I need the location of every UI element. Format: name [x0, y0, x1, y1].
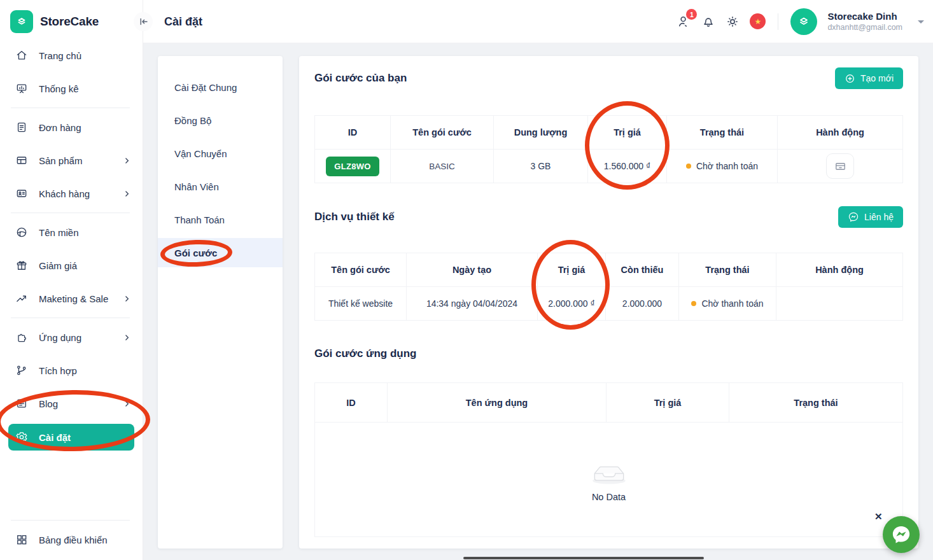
- column-header: Tên gói cước: [391, 116, 494, 150]
- puzzle-icon: [15, 331, 28, 344]
- close-chat-icon[interactable]: ✕: [874, 511, 883, 522]
- sidebar-item-label: Maketing & Sale: [39, 293, 108, 304]
- sidebar-item-label: Đơn hàng: [39, 122, 81, 133]
- column-header: Dung lượng: [494, 116, 588, 150]
- sidebar: StoreCake Trang chủ Thống kê Đơn hàng Sả…: [0, 0, 143, 560]
- sun-icon: [726, 15, 740, 29]
- empty-state: No Data: [315, 423, 903, 537]
- sidebar-item-label: Giảm giá: [39, 260, 77, 271]
- trending-up-icon: [15, 292, 28, 305]
- section-title-your-plan: Gói cước của bạn: [314, 72, 407, 85]
- plan-name: BASIC: [429, 162, 455, 171]
- sidebar-item-marketing[interactable]: Maketing & Sale: [0, 282, 143, 315]
- plan-id-badge: GLZ8WO: [326, 157, 379, 176]
- sidebar-item-blog[interactable]: Blog: [0, 387, 143, 420]
- theme-toggle-button[interactable]: [726, 15, 740, 29]
- language-flag-button[interactable]: ★: [750, 13, 766, 29]
- chevron-right-icon: [123, 190, 131, 198]
- status-label: Chờ thanh toán: [696, 161, 758, 171]
- section-title-design-service: Dịch vụ thiết kế: [314, 211, 395, 223]
- avatar[interactable]: [790, 8, 817, 35]
- settings-menu-item-plans[interactable]: Gói cước: [158, 238, 283, 267]
- column-header: Hành động: [776, 253, 903, 287]
- sidebar-item-label: Thống kê: [39, 83, 79, 94]
- chevron-right-icon: [123, 333, 131, 342]
- create-new-button[interactable]: Tạo mới: [835, 67, 903, 89]
- sidebar-divider: [11, 108, 130, 108]
- column-header: Trạng thái: [729, 383, 903, 423]
- column-header: Tên ứng dụng: [388, 383, 607, 423]
- brand-logo[interactable]: StoreCake: [0, 0, 143, 36]
- column-header: Trạng thái: [667, 116, 778, 150]
- settings-menu-label: Đồng Bộ: [174, 115, 211, 126]
- sidebar-item-label: Cài đặt: [39, 432, 71, 443]
- storecake-avatar-icon: [796, 14, 811, 29]
- sidebar-item-customers[interactable]: Khách hàng: [0, 177, 143, 210]
- contact-button[interactable]: Liên hệ: [838, 206, 903, 228]
- no-data-label: No Data: [592, 492, 626, 502]
- vietnam-flag-star-icon: ★: [755, 18, 762, 25]
- sidebar-item-products[interactable]: Sản phẩm: [0, 144, 143, 177]
- sidebar-item-label: Ứng dụng: [39, 332, 81, 343]
- sidebar-item-label: Tích hợp: [39, 365, 77, 376]
- design-price-cell: 2.000.000 ₫: [538, 287, 606, 321]
- settings-menu-label: Gói cước: [174, 248, 217, 258]
- settings-menu-label: Vận Chuyển: [174, 148, 227, 159]
- settings-menu-label: Thanh Toán: [174, 214, 225, 225]
- plus-circle-icon: [845, 73, 855, 84]
- settings-menu-label: Cài Đặt Chung: [174, 82, 237, 93]
- sidebar-item-discount[interactable]: Giảm giá: [0, 249, 143, 282]
- orders-icon: [15, 121, 28, 134]
- sidebar-item-home[interactable]: Trang chủ: [0, 39, 143, 72]
- design-status-cell: Chờ thanh toán: [679, 287, 776, 321]
- users-button[interactable]: 1: [677, 14, 691, 29]
- settings-menu-label: Nhân Viên: [174, 181, 219, 192]
- sidebar-nav: Trang chủ Thống kê Đơn hàng Sản phẩm Khá…: [0, 36, 143, 451]
- blog-icon: [15, 397, 28, 410]
- column-header: Hành động: [778, 116, 903, 150]
- sidebar-collapse-button[interactable]: [134, 12, 153, 31]
- empty-box-icon: [588, 458, 630, 486]
- chevron-down-icon[interactable]: [918, 20, 924, 27]
- messenger-chat-button[interactable]: [883, 516, 920, 553]
- column-header: ID: [315, 116, 391, 150]
- sidebar-item-apps[interactable]: Ứng dụng: [0, 321, 143, 354]
- notifications-button[interactable]: [701, 15, 715, 29]
- settings-menu-item-staff[interactable]: Nhân Viên: [158, 170, 283, 203]
- gift-icon: [15, 259, 28, 272]
- sidebar-item-label: Bảng điều khiển: [39, 535, 108, 545]
- app-plans-table: ID Tên ứng dụng Trị giá Trạng thái No Da…: [314, 382, 903, 537]
- credit-card-icon: [834, 160, 846, 172]
- main-content: Gói cước của bạn Tạo mới ID Tên gói cước…: [299, 56, 918, 549]
- design-service-table: Tên gói cước Ngày tạo Trị giá Còn thiếu …: [314, 253, 903, 321]
- sidebar-item-dashboard[interactable]: Bảng điều khiển: [0, 523, 143, 556]
- sidebar-item-settings[interactable]: Cài đặt: [8, 424, 134, 451]
- sidebar-divider: [11, 318, 130, 318]
- user-info[interactable]: Storecake Dinh dxhanhtt@gmail.com: [827, 11, 902, 32]
- git-branch-icon: [15, 364, 28, 377]
- design-remaining-cell: 2.000.000: [606, 287, 679, 321]
- sidebar-item-integrations[interactable]: Tích hợp: [0, 354, 143, 387]
- products-icon: [15, 154, 28, 167]
- settings-menu-item-shipping[interactable]: Vận Chuyển: [158, 137, 283, 170]
- sidebar-item-domain[interactable]: Tên miền: [0, 216, 143, 249]
- sidebar-item-orders[interactable]: Đơn hàng: [0, 111, 143, 144]
- sidebar-footer: Bảng điều khiển: [0, 517, 143, 556]
- plan-name-cell: BASIC: [391, 150, 494, 183]
- plan-status-cell: Chờ thanh toán: [667, 150, 778, 183]
- notification-badge: 1: [686, 9, 697, 20]
- messenger-icon: [848, 211, 859, 223]
- section-title-app-plans: Gói cước ứng dụng: [314, 347, 416, 360]
- settings-menu-item-sync[interactable]: Đồng Bộ: [158, 104, 283, 137]
- pay-button[interactable]: [826, 153, 854, 179]
- settings-menu-item-general[interactable]: Cài Đặt Chung: [158, 71, 283, 104]
- column-header: ID: [315, 383, 388, 423]
- home-icon: [15, 49, 28, 62]
- top-header: Cài đặt 1 ★ Storecake Dinh dxhanhtt@gmai…: [143, 0, 933, 43]
- sidebar-item-label: Trang chủ: [39, 50, 81, 61]
- settings-menu-item-payment[interactable]: Thanh Toán: [158, 203, 283, 236]
- design-created-cell: 14:34 ngày 04/04/2024: [407, 287, 538, 321]
- sidebar-divider: [11, 520, 130, 521]
- sidebar-item-stats[interactable]: Thống kê: [0, 72, 143, 105]
- plan-storage-cell: 3 GB: [494, 150, 588, 183]
